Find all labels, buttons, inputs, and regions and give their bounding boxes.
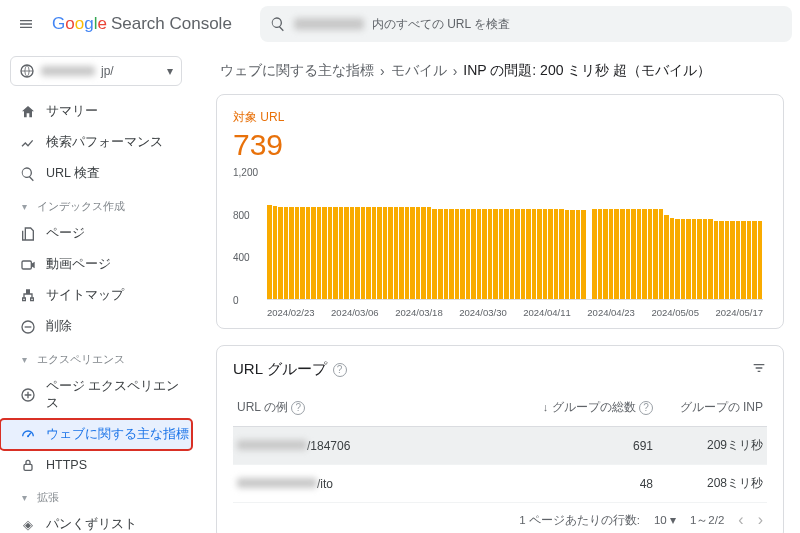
chart-bar <box>394 207 399 299</box>
sidebar-item-label: ページ <box>46 225 85 242</box>
sidebar-group-index[interactable]: ▾インデックス作成 <box>0 189 192 218</box>
chart-xtick: 2024/05/17 <box>715 307 763 318</box>
chart-bar <box>405 207 410 299</box>
chart-bar <box>438 209 443 299</box>
chart-bar <box>350 207 355 299</box>
chart-bar <box>383 207 388 299</box>
chart-bar <box>267 205 272 299</box>
chart-bar <box>642 209 647 299</box>
chart-bar <box>598 209 603 299</box>
chart-bar <box>460 209 465 299</box>
sidebar-item-breadcrumbs[interactable]: ◈パンくずリスト <box>0 509 192 533</box>
chart-bar <box>603 209 608 299</box>
cell-inp: 208ミリ秒 <box>663 475 763 492</box>
chart-ytick: 400 <box>233 252 250 263</box>
sidebar-item-page-experience[interactable]: ページ エクスペリエンス <box>0 371 192 419</box>
sort-desc-icon: ↓ <box>543 401 549 413</box>
svg-rect-5 <box>24 464 32 470</box>
chart-bar <box>361 207 366 299</box>
chart-bar <box>554 209 559 299</box>
chart-bar <box>570 210 575 299</box>
chart-bar <box>620 209 625 299</box>
chart-bar <box>526 209 531 299</box>
trend-chart: 04008001,200 2024/02/232024/03/062024/03… <box>233 168 767 318</box>
chart-bar <box>510 209 515 299</box>
chart-bar <box>366 207 371 299</box>
chart-bar <box>499 209 504 299</box>
chart-bar <box>488 209 493 299</box>
rows-per-page-select[interactable]: 10 ▾ <box>654 513 676 527</box>
hamburger-menu-button[interactable] <box>8 6 44 42</box>
url-blurred <box>237 478 317 488</box>
property-selector[interactable]: jp/ ▾ <box>10 56 182 86</box>
chart-bar <box>637 209 642 299</box>
product-logo: Google Search Console <box>52 14 232 34</box>
chart-bar <box>388 207 393 299</box>
sidebar-item-sitemaps[interactable]: サイトマップ <box>0 280 192 311</box>
logo-suffix: Search Console <box>111 14 232 34</box>
table-row[interactable]: /184706 691 209ミリ秒 <box>233 427 767 465</box>
chart-bar <box>576 210 581 299</box>
chart-bar <box>300 207 305 299</box>
column-header-count[interactable]: ↓ グループの総数 ? <box>523 399 663 416</box>
search-icon <box>270 16 286 32</box>
metric-label: 対象 URL <box>233 109 767 126</box>
chart-bar <box>592 209 597 299</box>
chart-bar <box>675 219 680 299</box>
sidebar-item-video-pages[interactable]: 動画ページ <box>0 249 192 280</box>
cell-count: 691 <box>523 439 663 453</box>
chart-xtick: 2024/03/06 <box>331 307 379 318</box>
sidebar-item-https[interactable]: HTTPS <box>0 450 192 480</box>
chart-xtick: 2024/03/18 <box>395 307 443 318</box>
sidebar-item-label: HTTPS <box>46 458 87 472</box>
chart-bar <box>322 207 327 299</box>
sidebar-group-experience[interactable]: ▾エクスペリエンス <box>0 342 192 371</box>
svg-rect-1 <box>22 261 31 269</box>
sidebar-item-pages[interactable]: ページ <box>0 218 192 249</box>
chart-bar <box>581 210 586 299</box>
help-icon[interactable]: ? <box>333 363 347 377</box>
breadcrumb-current: INP の問題: 200 ミリ秒 超（モバイル） <box>463 62 711 80</box>
help-icon[interactable]: ? <box>639 401 653 415</box>
chart-bar <box>659 209 664 299</box>
chart-bar <box>697 219 702 299</box>
chart-xtick: 2024/02/23 <box>267 307 315 318</box>
sidebar-item-search-performance[interactable]: 検索パフォーマンス <box>0 127 192 158</box>
sidebar-item-core-web-vitals[interactable]: ウェブに関する主な指標 <box>0 419 192 450</box>
chart-xtick: 2024/04/23 <box>587 307 635 318</box>
sidebar-item-summary[interactable]: サマリー <box>0 96 192 127</box>
column-header-inp[interactable]: グループの INP <box>663 399 763 416</box>
prev-page-button[interactable]: ‹ <box>738 511 743 529</box>
hero-card: 対象 URL 739 04008001,200 2024/02/232024/0… <box>216 94 784 329</box>
column-header-url[interactable]: URL の例 ? <box>237 399 523 416</box>
help-icon[interactable]: ? <box>291 401 305 415</box>
sidebar-item-removals[interactable]: 削除 <box>0 311 192 342</box>
sidebar-item-label: 動画ページ <box>46 256 111 273</box>
chart-bar <box>626 209 631 299</box>
chart-bar <box>664 215 669 299</box>
sitemap-icon <box>20 288 36 304</box>
sidebar-group-enhance[interactable]: ▾拡張 <box>0 480 192 509</box>
next-page-button[interactable]: › <box>758 511 763 529</box>
url-inspect-search[interactable]: 内のすべての URL を検査 <box>260 6 792 42</box>
chart-bar <box>543 209 548 299</box>
chart-bar <box>653 209 658 299</box>
property-name-blurred <box>41 66 95 76</box>
chart-bar <box>339 207 344 299</box>
chart-xtick: 2024/04/11 <box>523 307 571 318</box>
trend-icon <box>20 135 36 151</box>
chevron-right-icon: › <box>453 63 458 79</box>
breadcrumb-item[interactable]: モバイル <box>391 62 447 80</box>
table-row[interactable]: /ito 48 208ミリ秒 <box>233 465 767 503</box>
chart-bar <box>295 207 300 299</box>
remove-icon <box>20 319 36 335</box>
breadcrumb-item[interactable]: ウェブに関する主な指標 <box>220 62 374 80</box>
filter-button[interactable] <box>751 360 767 379</box>
chart-bar <box>681 219 686 299</box>
chart-bar <box>482 209 487 299</box>
sidebar-item-url-inspect[interactable]: URL 検査 <box>0 158 192 189</box>
url-tail: /ito <box>317 477 333 491</box>
chart-xtick: 2024/05/05 <box>651 307 699 318</box>
chart-bar <box>311 207 316 299</box>
breadcrumb: ウェブに関する主な指標 › モバイル › INP の問題: 200 ミリ秒 超（… <box>220 62 784 80</box>
